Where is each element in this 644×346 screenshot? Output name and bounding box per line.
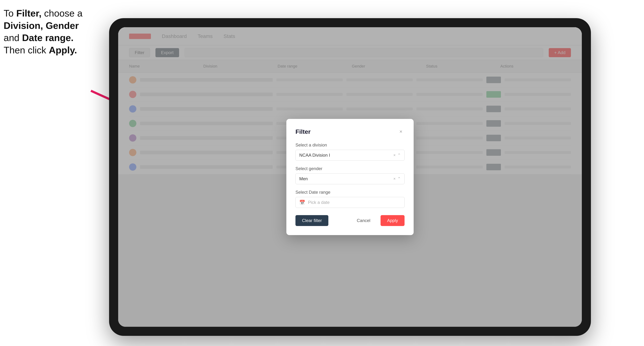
division-select-controls: × ⌃ xyxy=(393,153,401,158)
instruction-bold4: Apply. xyxy=(49,45,77,55)
clear-division-icon[interactable]: × xyxy=(393,153,396,158)
close-icon: × xyxy=(400,129,402,135)
chevron-division-icon: ⌃ xyxy=(398,153,401,158)
modal-close-button[interactable]: × xyxy=(397,128,404,135)
date-label: Select Date range xyxy=(296,190,404,195)
clear-filter-button[interactable]: Clear filter xyxy=(296,215,328,226)
cancel-button[interactable]: Cancel xyxy=(350,215,377,226)
modal-footer: Clear filter Cancel Apply xyxy=(296,215,404,226)
clear-gender-icon[interactable]: × xyxy=(393,176,396,181)
filter-modal: Filter × Select a division NCAA Division… xyxy=(286,119,414,235)
date-form-group: Select Date range 📅 Pick a date xyxy=(296,190,404,208)
instruction-text: To Filter, choose a Division, Gender and… xyxy=(4,7,106,56)
date-input[interactable]: 📅 Pick a date xyxy=(296,197,404,208)
calendar-icon: 📅 xyxy=(299,200,305,205)
gender-value: Men xyxy=(299,176,308,181)
gender-form-group: Select gender Men × ⌃ xyxy=(296,166,404,184)
tablet-screen: Dashboard Teams Stats Filter Export + Ad… xyxy=(118,27,582,327)
gender-label: Select gender xyxy=(296,166,404,171)
instruction-bold2: Division, Gender xyxy=(4,20,79,31)
date-placeholder: Pick a date xyxy=(308,200,330,205)
division-form-group: Select a division NCAA Division I × ⌃ xyxy=(296,143,404,161)
tablet-device: Dashboard Teams Stats Filter Export + Ad… xyxy=(109,18,591,336)
instruction-line1: To Filter, choose a xyxy=(4,8,82,18)
app-background: Dashboard Teams Stats Filter Export + Ad… xyxy=(118,27,582,327)
footer-right-buttons: Cancel Apply xyxy=(350,215,404,226)
instruction-bold3: Date range. xyxy=(22,32,74,43)
apply-button[interactable]: Apply xyxy=(380,215,404,226)
modal-title: Filter xyxy=(296,128,310,135)
gender-select-controls: × ⌃ xyxy=(393,176,401,181)
division-value: NCAA Division I xyxy=(299,153,330,158)
modal-overlay: Filter × Select a division NCAA Division… xyxy=(118,27,582,327)
chevron-gender-icon: ⌃ xyxy=(398,176,401,181)
division-label: Select a division xyxy=(296,143,404,148)
division-select[interactable]: NCAA Division I × ⌃ xyxy=(296,150,404,161)
modal-header: Filter × xyxy=(296,128,404,135)
gender-select[interactable]: Men × ⌃ xyxy=(296,173,404,184)
